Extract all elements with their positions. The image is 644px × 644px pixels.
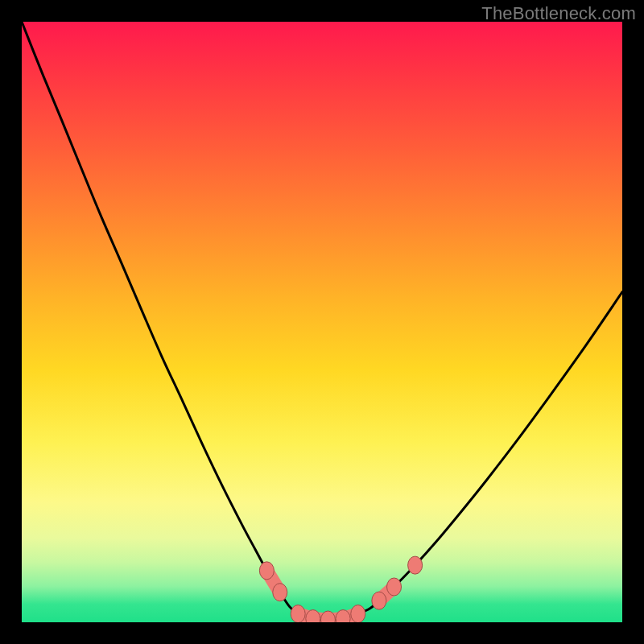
- data-marker: [291, 605, 305, 622]
- data-marker: [372, 592, 386, 609]
- data-marker: [273, 584, 287, 601]
- watermark-text: TheBottleneck.com: [481, 3, 636, 24]
- chart-svg: [22, 22, 622, 622]
- data-marker: [408, 556, 423, 574]
- data-marker: [259, 562, 274, 580]
- bottleneck-curve: [22, 22, 622, 620]
- data-marker: [351, 605, 365, 622]
- chart-frame: TheBottleneck.com: [0, 0, 644, 644]
- plot-area: [22, 22, 622, 622]
- data-marker: [387, 578, 402, 596]
